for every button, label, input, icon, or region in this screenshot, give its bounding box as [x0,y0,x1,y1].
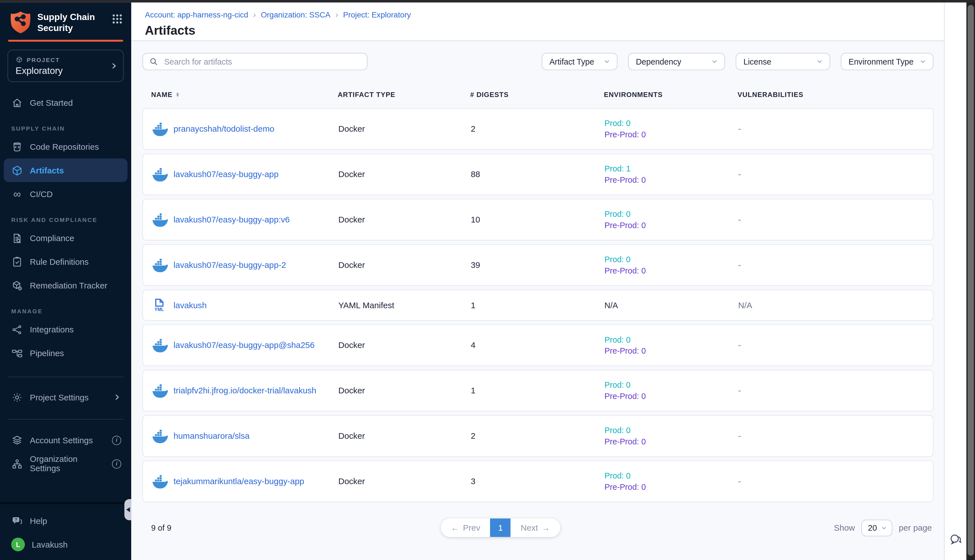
environments-cell: Prod: 0 Pre-Prod: 0 [604,210,738,230]
sort-icon[interactable]: ▲▼ [175,92,180,97]
env-prod-link[interactable]: Prod: 0 [604,119,738,128]
page-size-control: Show 20 per page [834,520,932,537]
sidebar-collapse-toggle[interactable] [124,499,131,520]
sidebar-item-label: Rule Definitions [30,257,88,266]
environments-cell: Prod: 0 Pre-Prod: 0 [604,426,738,447]
artifact-name-link[interactable]: lavakush07/easy-buggy-app@sha256 [174,341,315,350]
sidebar-item-artifacts[interactable]: Artifacts [4,158,127,182]
project-name: Exploratory [15,65,109,75]
breadcrumb-account-link[interactable]: Account: app-harness-ng-cicd [145,10,248,19]
table-row: YML lavakush YAML Manifest 1 N/A N/A [142,290,933,321]
sidebar-footer: ? Help L Lavakush [0,502,131,560]
scrollbar-thumb[interactable] [968,5,974,556]
sidebar-item-pipelines[interactable]: Pipelines [4,341,127,365]
org-chart-gear-icon [11,458,23,470]
column-header-environments: ENVIRONMENTS [604,91,663,98]
prev-label: Prev [463,523,480,532]
filter-license[interactable]: License [735,53,830,70]
digests-count: 88 [471,170,604,179]
module-grid-icon[interactable] [112,13,122,24]
arrow-left-icon: ← [451,523,459,532]
env-prod-link[interactable]: Prod: 0 [604,335,738,344]
env-preprod-link[interactable]: Pre-Prod: 0 [604,392,738,401]
env-preprod-link[interactable]: Pre-Prod: 0 [604,482,738,492]
digests-count: 1 [471,386,604,395]
sidebar-item-code-repositories[interactable]: Code Repositories [4,135,127,158]
filter-environment-type[interactable]: Environment Type [840,53,933,70]
filter-dependency[interactable]: Dependency [628,53,725,70]
breadcrumb-project-link[interactable]: Project: Exploratory [343,10,411,19]
artifact-type-value: Docker [338,260,471,270]
sidebar-item-compliance[interactable]: Compliance [4,226,127,250]
sidebar-item-cicd[interactable]: ∞ CI/CD [4,182,127,206]
page-scrollbar[interactable] [966,0,975,560]
project-selector[interactable]: PROJECT Exploratory [7,50,124,82]
app-window: Supply Chain Security PROJECT Explorator… [0,0,975,560]
sidebar-item-remediation-tracker[interactable]: Remediation Tracker [4,273,127,297]
artifact-type-value: Docker [338,124,471,134]
sidebar-item-label: Project Settings [30,393,88,402]
filter-artifact-type[interactable]: Artifact Type [541,53,617,70]
sidebar-item-account-settings[interactable]: Account Settings i [4,428,127,452]
sidebar-item-help[interactable]: ? Help [4,509,127,533]
table-row: lavakush07/easy-buggy-app Docker 88 Prod… [142,153,933,195]
env-prod-link[interactable]: Prod: 0 [604,380,738,390]
sidebar-item-integrations[interactable]: Integrations [4,318,127,341]
breadcrumb-organization-link[interactable]: Organization: SSCA [260,10,331,19]
integrations-share-icon [11,323,23,335]
env-preprod-link[interactable]: Pre-Prod: 0 [604,437,738,447]
environments-cell: Prod: 0 Pre-Prod: 0 [604,471,738,492]
artifact-name-link[interactable]: tejakummarikuntla/easy-buggy-app [174,477,304,486]
sidebar-item-label: Help [30,516,47,526]
info-icon[interactable]: i [112,459,121,468]
artifact-name-link[interactable]: pranaycshah/todolist-demo [174,124,274,134]
sidebar-item-label: Get Started [30,98,73,107]
project-cube-icon [15,56,23,63]
pipelines-flow-icon [11,347,23,359]
info-icon[interactable]: i [112,435,121,445]
artifact-name-link[interactable]: lavakush07/easy-buggy-app:v6 [174,215,290,225]
svg-text:?: ? [15,517,17,522]
main-content: Account: app-harness-ng-cicd › Organizat… [131,3,944,560]
support-chat-icon[interactable] [949,533,963,546]
prev-page-button[interactable]: ←Prev [441,518,490,537]
sidebar-divider [7,377,124,377]
search-input[interactable] [163,56,361,67]
artifact-name-link[interactable]: lavakush07/easy-buggy-app-2 [174,260,286,270]
env-preprod-link[interactable]: Pre-Prod: 0 [604,130,738,139]
docker-icon [152,428,168,444]
column-header-vulnerabilities: VULNERABILITIES [738,91,803,98]
env-preprod-link[interactable]: Pre-Prod: 0 [604,266,738,275]
sidebar-item-get-started[interactable]: Get Started [4,91,127,115]
sidebar-item-label: Integrations [30,325,74,334]
sidebar-item-organization-settings[interactable]: Organization Settings i [4,452,127,476]
environments-cell: Prod: 1 Pre-Prod: 0 [604,164,738,185]
env-prod-link[interactable]: Prod: 1 [604,164,738,173]
env-preprod-link[interactable]: Pre-Prod: 0 [604,221,738,230]
env-prod-link[interactable]: Prod: 0 [604,471,738,480]
chevron-right-icon [109,62,118,70]
environments-cell: Prod: 0 Pre-Prod: 0 [604,119,738,139]
user-menu[interactable]: L Lavakush [4,533,127,556]
sidebar-nav: Get Started SUPPLY CHAIN Code Repositori… [0,82,131,560]
chevron-down-icon [603,58,610,65]
sidebar-item-label: Remediation Tracker [30,280,107,290]
artifact-name-link[interactable]: humanshuarora/slsa [174,432,250,441]
env-prod-link[interactable]: Prod: 0 [604,255,738,264]
artifact-name-link[interactable]: trialpfv2hi.jfrog.io/docker-trial/lavaku… [174,386,316,395]
sidebar-item-project-settings[interactable]: Project Settings [4,385,127,409]
docker-icon [152,212,168,228]
artifact-name-link[interactable]: lavakush07/easy-buggy-app [174,170,279,179]
sidebar-item-rule-definitions[interactable]: Rule Definitions [4,250,127,273]
help-chat-icon: ? [11,515,23,527]
env-preprod-link[interactable]: Pre-Prod: 0 [604,346,738,355]
page-1-button[interactable]: 1 [490,518,511,537]
digests-count: 2 [471,432,604,441]
env-prod-link[interactable]: Prod: 0 [604,210,738,219]
env-preprod-link[interactable]: Pre-Prod: 0 [604,175,738,185]
section-label-manage: MANAGE [11,308,131,314]
page-size-select[interactable]: 20 [861,520,892,537]
next-page-button[interactable]: Next→ [511,518,560,537]
artifact-name-link[interactable]: lavakush [174,301,207,310]
env-prod-link[interactable]: Prod: 0 [604,426,738,435]
